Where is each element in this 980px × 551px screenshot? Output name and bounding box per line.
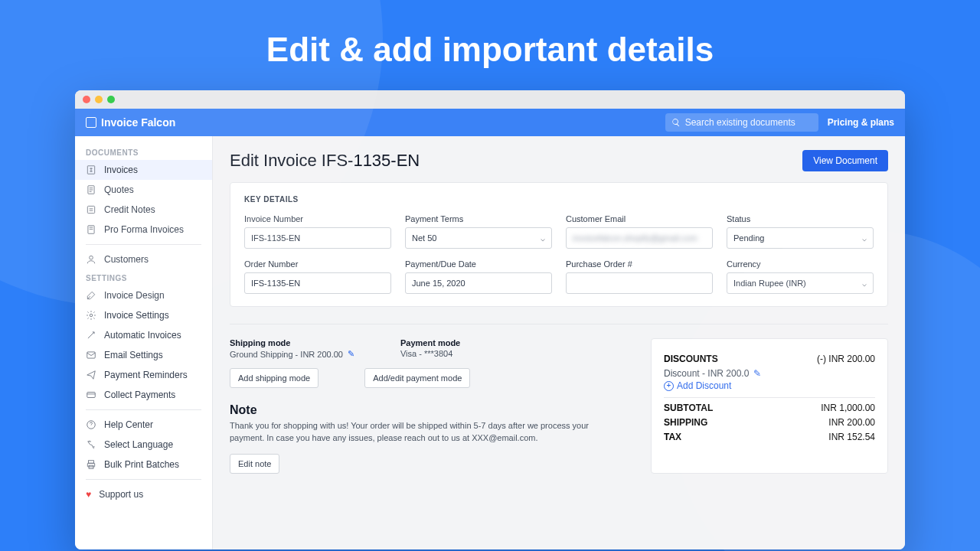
order-number-input[interactable]: IFS-1135-EN <box>244 272 391 294</box>
send-icon <box>86 370 96 380</box>
brand-icon <box>86 117 96 128</box>
nav-label: Collect Payments <box>104 390 175 400</box>
heart-icon: ♥ <box>86 489 91 500</box>
payment-mode-value: Visa - ***3804 <box>400 349 460 358</box>
nav-label: Bulk Print Batches <box>104 459 179 470</box>
svg-rect-7 <box>87 393 96 398</box>
search-input[interactable]: Search existing documents <box>665 113 818 132</box>
add-shipping-button[interactable]: Add shipping mode <box>230 368 318 388</box>
mail-icon <box>86 350 96 360</box>
po-input[interactable] <box>566 272 713 294</box>
add-payment-button[interactable]: Add/edit payment mode <box>364 368 470 388</box>
edit-shipping-icon[interactable]: ✎ <box>348 349 354 359</box>
edit-note-button[interactable]: Edit note <box>230 454 279 474</box>
order-number-label: Order Number <box>244 259 391 269</box>
due-date-label: Payment/Due Date <box>405 259 552 269</box>
shipping-mode-label: Shipping mode <box>230 338 354 347</box>
nav-label: Select Language <box>104 439 173 450</box>
gear-icon <box>86 310 96 321</box>
sidebar-item-bulk-print[interactable]: Bulk Print Batches <box>75 455 212 474</box>
wand-icon <box>86 330 96 341</box>
nav-label: Help Center <box>104 419 153 430</box>
printer-icon <box>86 459 96 470</box>
shipping-mode-value: Ground Shipping - INR 200.00 <box>230 350 343 359</box>
svg-point-5 <box>90 314 93 317</box>
language-icon <box>86 439 96 450</box>
nav-label: Support us <box>99 489 143 500</box>
note-label: Note <box>230 403 620 417</box>
svg-rect-6 <box>87 352 96 358</box>
pricing-link[interactable]: Pricing & plans <box>828 117 894 128</box>
payment-terms-label: Payment Terms <box>405 214 552 223</box>
view-document-button[interactable]: View Document <box>802 150 888 171</box>
svg-rect-9 <box>89 461 94 464</box>
due-date-input[interactable]: June 15, 2020 <box>405 272 552 294</box>
sidebar-item-collect-payments[interactable]: Collect Payments <box>75 385 212 405</box>
sidebar-item-help-center[interactable]: Help Center <box>75 415 212 435</box>
key-details-heading: KEY DETAILS <box>244 195 874 204</box>
nav-label: Email Settings <box>104 350 163 360</box>
customer-email-input[interactable]: invoicefalcon.shopify@gmail.com <box>566 227 713 249</box>
nav-label: Automatic Invoices <box>104 330 181 341</box>
sidebar-item-invoice-settings[interactable]: Invoice Settings <box>75 305 212 325</box>
status-label: Status <box>727 214 874 223</box>
card-icon <box>86 390 96 400</box>
customer-email-label: Customer Email <box>566 214 713 223</box>
po-label: Purchase Order # <box>566 259 713 269</box>
search-icon <box>671 118 681 127</box>
plus-circle-icon: + <box>664 381 674 391</box>
sidebar-item-auto-invoices[interactable]: Automatic Invoices <box>75 325 212 345</box>
sidebar-item-select-language[interactable]: Select Language <box>75 435 212 455</box>
sidebar-item-email-settings[interactable]: Email Settings <box>75 345 212 365</box>
help-icon <box>86 419 96 430</box>
nav-label: Invoice Settings <box>104 310 169 321</box>
sidebar-item-reminders[interactable]: Payment Reminders <box>75 365 212 385</box>
payment-mode-label: Payment mode <box>400 338 460 347</box>
sidebar-item-support[interactable]: ♥ Support us <box>75 484 212 504</box>
search-placeholder: Search existing documents <box>685 117 795 128</box>
nav-label: Payment Reminders <box>104 370 188 380</box>
payment-terms-select[interactable]: Net 50 <box>405 227 552 249</box>
note-text: Thank you for shopping with us! Your ord… <box>230 420 597 445</box>
